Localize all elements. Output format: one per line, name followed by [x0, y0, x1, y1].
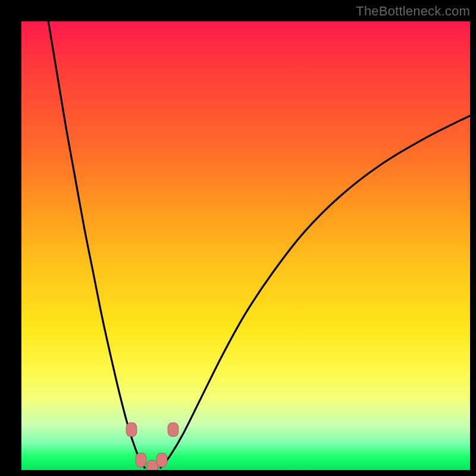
curve-marker	[126, 422, 137, 437]
chart-frame: TheBottleneck.com	[0, 0, 476, 476]
curve-marker	[167, 422, 178, 437]
bottleneck-curve	[21, 21, 470, 470]
curve-marker	[156, 453, 168, 467]
plot-area	[21, 21, 470, 470]
watermark-text: TheBottleneck.com	[356, 4, 470, 19]
curve-marker	[136, 453, 147, 467]
